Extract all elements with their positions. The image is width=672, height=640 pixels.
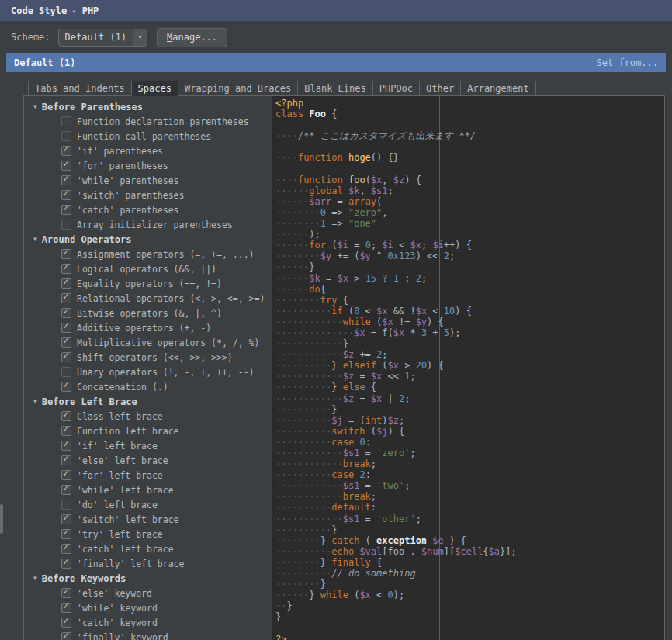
tree-group-header[interactable]: ▼Before Left Brace (24, 394, 272, 409)
checkbox[interactable]: ✓ (61, 559, 71, 569)
checkbox[interactable] (61, 116, 71, 126)
tree-item[interactable]: ✓Assignment operators (=, +=, ...) (24, 247, 272, 261)
tree-item[interactable]: ✓'else' left brace (24, 453, 272, 468)
tree-item-label: 'catch' keyword (77, 618, 158, 628)
tree-item[interactable]: ✓Additive operators (+, -) (24, 320, 272, 335)
tree-item[interactable]: Function call parentheses (24, 129, 272, 144)
settings-tabs: Tabs and IndentsSpacesWrapping and Brace… (28, 81, 672, 96)
dialog-scrollbar-track[interactable] (665, 95, 672, 640)
tree-item[interactable]: ✓'while' parentheses (24, 173, 272, 188)
checkbox[interactable]: ✓ (61, 190, 71, 200)
checkbox[interactable]: ✓ (61, 161, 71, 171)
options-tree[interactable]: ▼Before ParenthesesFunction declaration … (24, 96, 272, 640)
tab-arrangement[interactable]: Arrangement (460, 81, 535, 96)
checkbox[interactable]: ✓ (61, 588, 71, 598)
checkbox[interactable]: ✓ (61, 382, 71, 392)
tree-item[interactable]: ✓Bitwise operators (&, |, ^) (24, 306, 272, 320)
set-from-link[interactable]: Set from... (597, 57, 658, 68)
tree-item[interactable]: ✓Shift operators (<<, >>, >>>) (24, 350, 272, 365)
checkbox[interactable]: ✓ (61, 426, 71, 436)
tab-blank-lines[interactable]: Blank Lines (297, 81, 372, 96)
breadcrumb-item-php: PHP (82, 5, 99, 16)
tree-item[interactable]: Function declaration parentheses (24, 114, 272, 129)
scheme-select[interactable]: Default (1) ▼ (58, 29, 147, 47)
tab-other[interactable]: Other (419, 81, 461, 96)
tree-group-header[interactable]: ▼Before Parentheses (24, 99, 272, 114)
checkbox[interactable]: ✓ (61, 337, 71, 348)
code-line: ····function foo($x, $z) { (275, 175, 664, 185)
tab-phpdoc[interactable]: PHPDoc (372, 81, 420, 96)
code-line: <?php (275, 98, 664, 109)
code-preview[interactable]: <?phpclass Foo { ····/** ここはカスタマイズも出来ます … (272, 96, 664, 640)
collapse-arrow-icon[interactable]: ▼ (33, 398, 37, 405)
checkbox[interactable]: ✓ (61, 264, 71, 274)
tree-item[interactable]: ✓'while' left brace (24, 483, 272, 497)
tree-item[interactable]: ✓Function left brace (24, 424, 272, 438)
tree-item[interactable]: ✓'switch' left brace (24, 512, 272, 527)
checkbox[interactable]: ✓ (61, 323, 71, 333)
tree-item[interactable]: ✓Relational operators (<, >, <=, >=) (24, 291, 272, 306)
tree-group-header[interactable]: ▼Before Keywords (24, 571, 272, 586)
checkbox[interactable] (61, 367, 71, 377)
checkbox[interactable]: ✓ (61, 352, 71, 362)
checkbox[interactable]: ✓ (61, 411, 71, 421)
code-line: ············} (275, 338, 664, 349)
tree-item[interactable]: ✓'try' left brace (24, 527, 272, 541)
tree-item[interactable]: ✓'catch' parentheses (24, 202, 272, 217)
tree-item[interactable]: ✓'finally' keyword (24, 630, 272, 640)
tree-item[interactable]: ✓'else' keyword (24, 586, 272, 600)
code-line: ······$arr = array( (275, 196, 664, 207)
tab-tabs-and-indents[interactable]: Tabs and Indents (28, 81, 132, 96)
code-line: ······global $k, $s1; (275, 185, 664, 196)
tree-item[interactable]: ✓'while' keyword (24, 600, 272, 615)
checkbox[interactable]: ✓ (61, 146, 71, 156)
tree-item[interactable]: ✓Logical operators (&&, ||) (24, 261, 272, 276)
tree-item[interactable]: ✓'for' parentheses (24, 158, 272, 173)
tab-spaces[interactable]: Spaces (131, 81, 178, 96)
tree-item-label: Assignment operators (=, +=, ...) (77, 249, 254, 260)
collapse-arrow-icon[interactable]: ▼ (33, 575, 37, 582)
collapse-arrow-icon[interactable]: ▼ (33, 103, 37, 110)
checkbox[interactable]: ✓ (61, 514, 71, 524)
checkbox[interactable]: ✓ (61, 249, 71, 259)
tree-item[interactable]: 'do' left brace (24, 497, 272, 512)
tab-wrapping-and-braces[interactable]: Wrapping and Braces (178, 81, 298, 96)
tree-item[interactable]: ✓'switch' parentheses (24, 188, 272, 202)
checkbox[interactable]: ✓ (61, 618, 71, 628)
tree-group-header[interactable]: ▼Around Operators (24, 232, 272, 247)
tree-item[interactable]: ✓'finally' left brace (24, 556, 272, 571)
tree-item[interactable]: ✓Equality operators (==, !=) (24, 276, 272, 291)
checkmark-icon: ✓ (63, 306, 68, 317)
checkbox[interactable]: ✓ (61, 441, 71, 451)
chevron-down-icon[interactable]: ▼ (133, 29, 147, 46)
tree-item[interactable]: ✓Concatenation (.) (24, 379, 272, 394)
checkbox[interactable] (61, 131, 71, 141)
checkbox[interactable]: ✓ (61, 205, 71, 215)
checkbox[interactable]: ✓ (61, 293, 71, 303)
checkbox[interactable]: ✓ (61, 470, 71, 480)
checkbox[interactable]: ✓ (61, 485, 71, 495)
tree-item[interactable]: ✓Multiplicative operators (*, /, %) (24, 335, 272, 350)
manage-button[interactable]: Manage... (157, 28, 227, 47)
tree-item[interactable]: ✓'catch' keyword (24, 615, 272, 630)
checkbox[interactable]: ✓ (61, 455, 71, 465)
collapse-arrow-icon[interactable]: ▼ (33, 236, 37, 243)
checkbox[interactable]: ✓ (61, 544, 71, 554)
tree-item[interactable]: Array initializer parentheses (24, 217, 272, 232)
checkbox[interactable]: ✓ (61, 278, 71, 289)
tree-item[interactable]: ✓'for' left brace (24, 468, 272, 483)
tree-item[interactable]: Unary operators (!, -, +, ++, --) (24, 365, 272, 379)
checkbox[interactable]: ✓ (61, 603, 71, 613)
tree-item[interactable]: ✓'if' left brace (24, 438, 272, 453)
tree-item[interactable]: ✓'catch' left brace (24, 541, 272, 556)
tree-item[interactable]: ✓Class left brace (24, 409, 272, 424)
checkbox[interactable]: ✓ (61, 529, 71, 539)
breadcrumb-item-code-style: Code Style (11, 5, 67, 16)
left-scrollbar-thumb[interactable] (0, 504, 3, 534)
checkbox[interactable]: ✓ (61, 632, 71, 640)
tree-item[interactable]: ✓'if' parentheses (24, 144, 272, 158)
checkbox[interactable] (61, 220, 71, 230)
checkbox[interactable] (61, 500, 71, 510)
checkbox[interactable]: ✓ (61, 175, 71, 185)
checkbox[interactable]: ✓ (61, 308, 71, 318)
